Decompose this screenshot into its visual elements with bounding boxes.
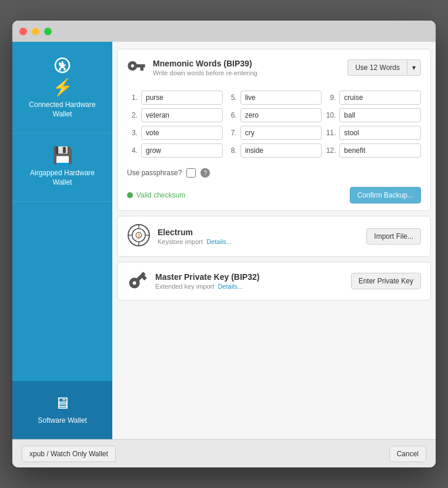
passphrase-row: Use passphrase? ? [118,165,430,182]
word-row-10: 4. [127,143,223,158]
word-row-2: 5. [226,91,322,105]
word-row-3: 9. [325,91,421,105]
word-input-10[interactable] [339,108,421,122]
word-num-11: 8. [226,146,237,155]
word-num-2: 5. [226,93,237,102]
word-row-12: 12. [325,143,421,158]
word-input-8[interactable] [240,143,322,158]
electrum-section: ₿ Electrum Keystore import Details... Im… [117,216,431,257]
use-words-dropdown[interactable]: ▾ [407,59,421,76]
word-num-9: 11. [325,129,336,137]
close-button[interactable] [19,28,27,35]
mnemonic-section: Mnemonic Words (BIP39) Write down words … [117,49,431,211]
word-num-10: 4. [127,146,138,155]
svg-point-4 [63,68,66,71]
usb-drive-symbol: 💾 [52,148,73,164]
svg-point-0 [59,62,61,65]
word-row-8: 7. [226,126,322,140]
word-num-8: 7. [226,129,237,137]
checksum-label: Valid checksum [136,191,185,199]
master-key-section: Master Private Key (BIP32) Extended key … [117,262,431,300]
word-input-4[interactable] [141,143,223,158]
minimize-button[interactable] [32,28,39,35]
electrum-icon: ₿ [127,223,151,249]
master-key-header-text: Master Private Key (BIP32) Extended key … [155,272,344,290]
word-num-7: 3. [127,129,138,137]
checksum-dot [127,192,133,198]
master-key-details-link[interactable]: Details... [218,283,243,290]
svg-text:₿: ₿ [138,233,140,238]
word-input-6[interactable] [240,108,322,122]
footer: xpub / Watch Only Wallet Cancel [12,439,436,467]
electrum-header: ₿ Electrum Keystore import Details... Im… [118,216,430,256]
titlebar [12,21,436,42]
word-num-1: 1. [127,93,138,102]
app-window: ⚡ Connected Hardware Wallet 💾 Airgapped … [12,21,436,467]
main-content: ⚡ Connected Hardware Wallet 💾 Airgapped … [12,42,436,439]
electrum-subtitle: Keystore import Details... [158,238,359,245]
mnemonic-title: Mnemonic Words (BIP39) [153,59,340,68]
word-num-3: 9. [325,93,336,102]
word-row-7: 3. [127,126,223,140]
import-file-button[interactable]: Import File... [366,228,421,245]
words-grid: 1. 5. 9. 2. [118,86,430,165]
electrum-header-text: Electrum Keystore import Details... [158,228,359,245]
sidebar-item-connected-hardware[interactable]: ⚡ Connected Hardware Wallet [12,42,112,133]
mnemonic-subtitle: Write down words before re-entering [153,69,340,76]
use-words-button[interactable]: Use 12 Words [347,59,407,76]
confirm-backup-button[interactable]: Confirm Backup... [350,187,421,203]
word-input-2[interactable] [141,108,223,122]
sidebar-label-airgapped: Airgapped Hardware Wallet [30,169,95,187]
svg-point-3 [59,68,61,71]
word-input-9[interactable] [339,91,421,105]
word-num-12: 12. [325,146,336,155]
sidebar-item-software-wallet[interactable]: 🖥 Software Wallet [12,381,112,439]
word-row-6: 10. [325,108,421,122]
word-num-4: 2. [127,111,138,119]
word-row-11: 8. [226,143,322,158]
electrum-title: Electrum [158,228,359,237]
master-key-title: Master Private Key (BIP32) [155,272,344,282]
help-icon[interactable]: ? [200,168,210,178]
sidebar: ⚡ Connected Hardware Wallet 💾 Airgapped … [12,42,112,439]
master-key-subtitle: Extended key import Details... [155,283,344,290]
checksum-valid: Valid checksum [127,191,185,199]
maximize-button[interactable] [44,28,52,35]
word-input-7[interactable] [240,126,322,140]
mnemonic-header: Mnemonic Words (BIP39) Write down words … [118,49,430,86]
word-row-9: 11. [325,126,421,140]
mnemonic-header-text: Mnemonic Words (BIP39) Write down words … [153,59,340,76]
word-num-6: 10. [325,111,336,119]
word-row-4: 2. [127,108,223,122]
monitor-symbol: 🖥 [54,395,71,412]
word-input-3[interactable] [141,126,223,140]
word-row-5: 6. [226,108,322,122]
word-input-5[interactable] [240,91,322,105]
word-input-1[interactable] [141,91,223,105]
master-key-icon [127,269,148,293]
enter-private-key-button[interactable]: Enter Private Key [351,273,421,289]
word-input-11[interactable] [339,126,421,140]
cancel-button[interactable]: Cancel [389,446,426,462]
mnemonic-action: Use 12 Words ▾ [347,59,421,76]
electrum-details-link[interactable]: Details... [206,238,232,245]
sidebar-item-airgapped-hardware[interactable]: 💾 Airgapped Hardware Wallet [12,133,112,202]
master-key-header: Master Private Key (BIP32) Extended key … [118,262,430,300]
sidebar-label-connected: Connected Hardware Wallet [29,101,95,119]
sidebar-label-software: Software Wallet [38,416,87,425]
passphrase-checkbox[interactable] [186,168,196,178]
content-panel: Mnemonic Words (BIP39) Write down words … [112,42,436,439]
svg-rect-1 [62,63,64,65]
word-num-5: 6. [226,111,237,119]
word-row-1: 1. [127,91,223,105]
xpub-button[interactable]: xpub / Watch Only Wallet [22,446,116,462]
usb-symbol: ⚡ [52,79,73,96]
passphrase-label: Use passphrase? [127,169,182,177]
word-input-12[interactable] [339,143,421,158]
checksum-row: Valid checksum Confirm Backup... [118,182,430,210]
usb-icon [53,56,72,75]
key-icon [127,56,146,79]
